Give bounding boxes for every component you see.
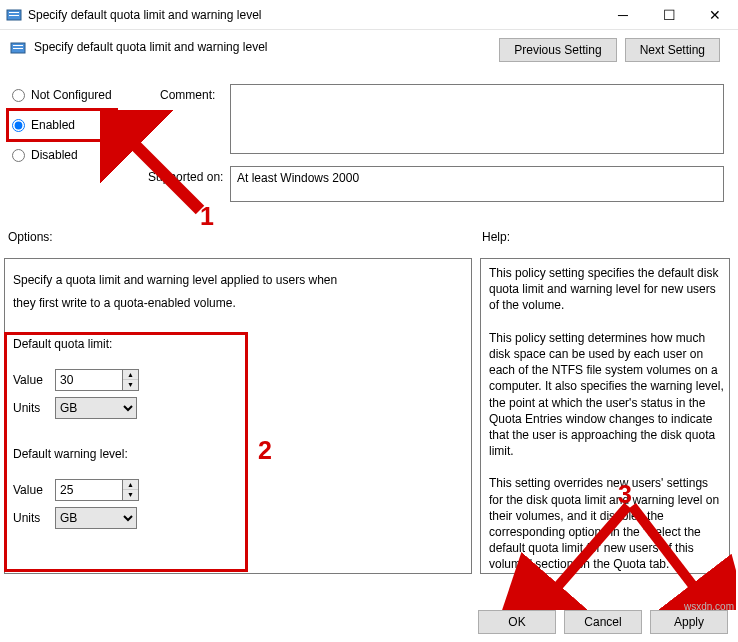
- subtitle: Specify default quota limit and warning …: [34, 38, 499, 54]
- limit-units-select[interactable]: GB: [55, 397, 137, 419]
- limit-units-label: Units: [13, 401, 47, 415]
- close-button[interactable]: ✕: [692, 0, 738, 29]
- help-panel[interactable]: This policy setting specifies the defaul…: [480, 258, 730, 574]
- warn-value-input[interactable]: [56, 480, 122, 500]
- help-label: Help:: [482, 230, 510, 244]
- chevron-down-icon[interactable]: ▼: [123, 490, 138, 500]
- chevron-up-icon[interactable]: ▲: [123, 480, 138, 491]
- next-setting-button[interactable]: Next Setting: [625, 38, 720, 62]
- cancel-button[interactable]: Cancel: [564, 610, 642, 634]
- watermark: wsxdn.com: [684, 601, 734, 612]
- options-intro-1: Specify a quota limit and warning level …: [13, 269, 463, 292]
- radio-disabled-label: Disabled: [31, 148, 78, 162]
- options-intro: Specify a quota limit and warning level …: [13, 269, 463, 315]
- help-text: This policy setting specifies the defaul…: [489, 265, 725, 574]
- radio-enabled[interactable]: [12, 119, 25, 132]
- default-quota-limit-label: Default quota limit:: [13, 337, 463, 351]
- limit-value-spinner[interactable]: ▲▼: [55, 369, 139, 391]
- supported-label: Supported on:: [148, 170, 223, 184]
- default-warning-level-label: Default warning level:: [13, 447, 463, 461]
- options-intro-2: they first write to a quota-enabled volu…: [13, 292, 463, 315]
- chevron-up-icon[interactable]: ▲: [123, 370, 138, 381]
- state-radio-group: Not Configured Enabled Disabled: [10, 80, 120, 170]
- annotation-marker-1: 1: [200, 202, 214, 231]
- limit-value-input[interactable]: [56, 370, 122, 390]
- svg-rect-4: [13, 45, 23, 46]
- window-title: Specify default quota limit and warning …: [28, 8, 600, 22]
- maximize-button[interactable]: ☐: [646, 0, 692, 29]
- comment-textarea[interactable]: [230, 84, 724, 154]
- app-icon: [6, 7, 22, 23]
- ok-button[interactable]: OK: [478, 610, 556, 634]
- header: Specify default quota limit and warning …: [0, 30, 738, 66]
- warn-value-label: Value: [13, 483, 47, 497]
- apply-button[interactable]: Apply: [650, 610, 728, 634]
- options-label: Options:: [8, 230, 53, 244]
- supported-box: At least Windows 2000: [230, 166, 724, 202]
- minimize-button[interactable]: ─: [600, 0, 646, 29]
- limit-value-label: Value: [13, 373, 47, 387]
- title-bar: Specify default quota limit and warning …: [0, 0, 738, 30]
- svg-rect-2: [9, 15, 19, 16]
- dialog-buttons: OK Cancel Apply: [478, 610, 728, 634]
- radio-not-configured[interactable]: [12, 89, 25, 102]
- policy-icon: [10, 40, 26, 56]
- comment-label: Comment:: [160, 88, 215, 102]
- warn-value-spinner[interactable]: ▲▼: [55, 479, 139, 501]
- supported-value: At least Windows 2000: [237, 171, 359, 185]
- previous-setting-button[interactable]: Previous Setting: [499, 38, 616, 62]
- svg-rect-5: [13, 48, 23, 49]
- options-panel: Specify a quota limit and warning level …: [4, 258, 472, 574]
- chevron-down-icon[interactable]: ▼: [123, 380, 138, 390]
- warn-units-label: Units: [13, 511, 47, 525]
- radio-not-configured-label: Not Configured: [31, 88, 112, 102]
- radio-disabled[interactable]: [12, 149, 25, 162]
- radio-enabled-label: Enabled: [31, 118, 75, 132]
- svg-rect-1: [9, 12, 19, 13]
- warn-units-select[interactable]: GB: [55, 507, 137, 529]
